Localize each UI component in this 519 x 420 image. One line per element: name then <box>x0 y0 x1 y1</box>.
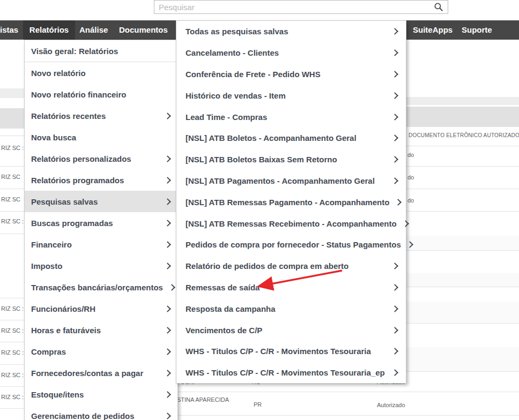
menu-item-label: Compras <box>31 347 66 356</box>
search-input[interactable] <box>154 3 434 12</box>
bg-left-row-fragment: RIZ SC <box>1 196 20 202</box>
bg-left-row-fragment: RIZ SC : <box>1 394 24 400</box>
chevron-right-icon <box>164 262 171 269</box>
menu-item-compras[interactable]: Compras <box>25 341 177 362</box>
menu-item-vencimentos-de-c-p[interactable]: Vencimentos de C/P <box>176 319 406 341</box>
menu-item-imposto[interactable]: Imposto <box>25 255 177 276</box>
menu-item-transa-es-banc-rias-or-amentos[interactable]: Transações bancárias/orçamentos <box>25 276 177 298</box>
menu-item-label: Buscas programadas <box>31 219 113 228</box>
nav-item-suporte[interactable]: Suporte <box>462 20 492 40</box>
menu-item-nsl-atb-pagamentos-acompanhamento-geral[interactable]: [NSL] ATB Pagamentos - Acompanhamento Ge… <box>176 170 406 192</box>
menu-item-label: Gerenciamento de pedidos <box>31 411 135 420</box>
menu-item-label: Imposto <box>31 261 62 271</box>
nav-item-suiteapps[interactable]: SuiteApps <box>413 20 453 40</box>
menu-pesquisas-salvas: Todas as pesquisas salvasCancelamento - … <box>176 20 406 384</box>
chevron-right-icon <box>391 135 398 142</box>
menu-item-pedidos-de-compra-por-fornecedor-status-pagamentos[interactable]: Pedidos de compra por fornecedor - Statu… <box>176 234 406 256</box>
chevron-right-icon <box>391 92 398 99</box>
menu-item-buscas-programadas[interactable]: Buscas programadas <box>25 212 177 234</box>
bg-zebra-band <box>406 236 519 250</box>
bg-row-divider <box>0 166 24 167</box>
bg-row-divider <box>406 189 519 189</box>
bg-left-row-fragment: RIZ SC : <box>1 145 24 151</box>
search-icon[interactable] <box>434 2 443 12</box>
chevron-right-icon <box>391 348 398 355</box>
menu-item-label: Pedidos de compra por fornecedor - Statu… <box>186 240 401 249</box>
bg-row-uf: PR <box>254 401 262 408</box>
bg-band-light-left <box>0 88 24 98</box>
chevron-right-icon <box>164 241 171 248</box>
menu-item-financeiro[interactable]: Financeiro <box>25 234 177 255</box>
menu-item-estoque-itens[interactable]: Estoque/itens <box>25 384 177 405</box>
bg-zebra-band <box>406 273 519 287</box>
bg-zebra-band <box>406 347 519 371</box>
bg-row-divider <box>0 364 24 365</box>
bg-left-row-fragment: RIZ SC : <box>1 372 24 378</box>
menu-item-gerenciamento-de-pedidos[interactable]: Gerenciamento de pedidos <box>25 405 177 420</box>
chevron-right-icon <box>391 284 398 291</box>
menu-item-novo-relat-rio-financeiro[interactable]: Novo relatório financeiro <box>25 84 177 105</box>
menu-item-label: Vencimentos de C/P <box>186 326 262 335</box>
menu-item-label: WHS - Titulos C/P - C/R - Movimentos Tes… <box>186 368 385 377</box>
chevron-right-icon <box>164 391 171 398</box>
chevron-right-icon <box>391 305 398 312</box>
menu-relatorios: Visão geral: RelatóriosNovo relatórioNov… <box>24 40 178 420</box>
menu-item-label: WHS - Titulos C/P - C/R - Movimentos Tes… <box>186 347 371 356</box>
menu-item-nsl-atb-boletos-baixas-sem-retorno[interactable]: [NSL] ATB Boletos Baixas Sem Retorno <box>176 149 406 170</box>
bg-row-divider <box>0 342 24 342</box>
menu-item-whs-titulos-c-p-c-r-movimentos-tesouraria-ep[interactable]: WHS - Titulos C/P - C/R - Movimentos Tes… <box>176 362 406 384</box>
bg-row-divider <box>406 287 519 287</box>
chevron-right-icon <box>164 198 171 205</box>
menu-item-cancelamento-clientes[interactable]: Cancelamento - Clientes <box>176 42 406 64</box>
menu-item-label: Histórico de vendas - Item <box>186 91 286 100</box>
menu-item-funcion-rios-rh[interactable]: Funcionários/RH <box>25 298 177 319</box>
menu-item-todas-as-pesquisas-salvas[interactable]: Todas as pesquisas salvas <box>176 21 406 42</box>
menu-item-novo-relat-rio[interactable]: Novo relatório <box>25 62 177 84</box>
menu-item-label: Novo relatório financeiro <box>31 90 127 99</box>
menu-item-horas-e-fatur-veis[interactable]: Horas e faturáveis <box>25 319 177 341</box>
menu-item-nova-busca[interactable]: Nova busca <box>25 126 177 148</box>
bg-right-row-fragment: do <box>407 174 414 181</box>
menu-item-resposta-da-campanha[interactable]: Resposta da campanha <box>176 298 406 319</box>
bg-band-gray-right <box>406 107 519 127</box>
bg-column-header: DOCUMENTO ELETRÔNICO AUTORIZADO <box>409 132 519 138</box>
menu-item-label: Remessas de saída <box>186 283 260 292</box>
bg-row-divider <box>0 189 24 189</box>
menu-item-pesquisas-salvas[interactable]: Pesquisas salvas <box>25 191 177 212</box>
menu-item-confer-ncia-de-frete-pedido-whs[interactable]: Conferência de Frete - Pedido WHS <box>176 64 406 85</box>
menu-item-label: Relatórios personalizados <box>31 154 131 163</box>
menu-item-label: Relatório de pedidos de compra em aberto <box>186 261 349 271</box>
menu-item-label: Cancelamento - Clientes <box>186 48 279 57</box>
chevron-right-icon <box>391 49 398 56</box>
menu-item-nsl-atb-boletos-acompanhamento-geral[interactable]: [NSL] ATB Boletos - Acompanhamento Geral <box>176 128 406 149</box>
chevron-right-icon <box>164 112 171 119</box>
menu-item-hist-rico-de-vendas-item[interactable]: Histórico de vendas - Item <box>176 85 406 106</box>
menu-item-whs-titulos-c-p-c-r-movimentos-tesouraria[interactable]: WHS - Titulos C/P - C/R - Movimentos Tes… <box>176 341 406 362</box>
bg-left-row-fragment: RIZ SC : <box>1 218 24 224</box>
menu-item-lead-time-compras[interactable]: Lead Time - Compras <box>176 106 406 128</box>
nav-item-documentos[interactable]: Documentos <box>119 20 168 40</box>
bg-row-divider <box>0 408 24 409</box>
menu-item-relat-rios-personalizados[interactable]: Relatórios personalizados <box>25 148 177 169</box>
menu-item-fornecedores-contas-a-pagar[interactable]: Fornecedores/contas a pagar <box>25 362 177 384</box>
bg-left-row-fragment: RIZ SC <box>1 174 20 180</box>
menu-item-vis-o-geral-relat-rios[interactable]: Visão geral: Relatórios <box>25 40 177 62</box>
chevron-right-icon <box>391 327 398 334</box>
menu-item-label: Novo relatório <box>31 69 86 78</box>
menu-item-relat-rios-programados[interactable]: Relatórios programados <box>25 169 177 191</box>
chevron-right-icon <box>391 156 398 163</box>
menu-item-relat-rios-recentes[interactable]: Relatórios recentes <box>25 105 177 126</box>
menu-item-label: Estoque/itens <box>31 390 84 399</box>
bg-row-divider <box>0 320 24 320</box>
nav-item-istas[interactable]: istas <box>0 20 18 40</box>
chevron-right-icon <box>391 28 398 35</box>
menu-item-label: Visão geral: Relatórios <box>31 47 118 56</box>
nav-item-relat-rios[interactable]: Relatórios <box>23 20 75 40</box>
bg-band-light-right <box>406 97 519 105</box>
chevron-right-icon <box>391 114 398 121</box>
menu-item-remessas-de-sa-da[interactable]: Remessas de saída <box>176 277 406 298</box>
menu-item-nsl-atb-remessas-recebimento-acompanhamento[interactable]: [NSL] ATB Remessas Recebimento - Acompan… <box>176 213 406 234</box>
menu-item-relat-rio-de-pedidos-de-compra-em-aberto[interactable]: Relatório de pedidos de compra em aberto <box>176 256 406 277</box>
nav-item-an-lise[interactable]: Análise <box>79 20 108 40</box>
menu-item-nsl-atb-remessas-pagamento-acompanhamento[interactable]: [NSL] ATB Remessas Pagamento - Acompanha… <box>176 191 406 213</box>
